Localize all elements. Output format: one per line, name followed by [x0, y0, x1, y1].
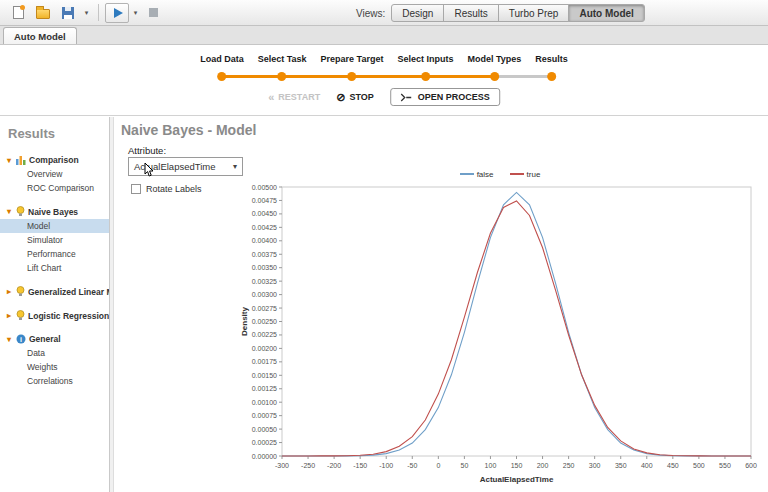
- step-dot[interactable]: [278, 72, 287, 81]
- tab-strip: Auto Model: [0, 26, 768, 45]
- svg-text:100: 100: [485, 462, 497, 469]
- tree-group-label: Comparison: [29, 155, 79, 165]
- tree-group-label: Naive Bayes: [28, 207, 78, 217]
- chevron-down-icon[interactable]: ▾: [5, 335, 13, 344]
- save-dropdown-caret[interactable]: ▾: [81, 3, 92, 23]
- open-folder-icon: [36, 9, 50, 19]
- save-disk-icon: [62, 7, 74, 19]
- bulb-icon: [16, 310, 25, 321]
- legend-label: true: [527, 170, 541, 179]
- tree-gap: [0, 275, 109, 284]
- step-label: Results: [535, 54, 568, 64]
- process-stepper: Load Data Select Task Prepare Target Sel…: [193, 54, 575, 81]
- step-label: Model Types: [467, 54, 521, 64]
- step-dot[interactable]: [348, 72, 357, 81]
- stop-sign-icon: ⊘: [336, 92, 345, 102]
- density-chart: false true 0.000000.000250.000500.000750…: [238, 167, 762, 488]
- save-button[interactable]: [56, 3, 80, 23]
- play-icon: [114, 8, 123, 18]
- tree-group-generalized-linear-model[interactable]: ▸ Generalized Linear Model: [0, 284, 109, 299]
- svg-text:0.00500: 0.00500: [252, 184, 277, 191]
- tree-gap: [0, 195, 109, 204]
- rotate-labels-checkbox[interactable]: [131, 184, 141, 194]
- svg-text:0.00125: 0.00125: [252, 385, 277, 392]
- svg-text:0.00375: 0.00375: [252, 251, 277, 258]
- svg-text:250: 250: [563, 462, 575, 469]
- svg-text:600: 600: [745, 462, 757, 469]
- tree-item-weights[interactable]: Weights: [0, 360, 109, 374]
- legend-label: false: [477, 170, 494, 179]
- main-panel: Naive Bayes - Model Attribute: ActualEla…: [114, 117, 768, 492]
- svg-text:0.00400: 0.00400: [252, 237, 277, 244]
- view-button-results[interactable]: Results: [443, 4, 498, 22]
- tree-item-data[interactable]: Data: [0, 346, 109, 360]
- run-button[interactable]: [105, 3, 129, 23]
- svg-text:0.00150: 0.00150: [252, 372, 277, 379]
- svg-text:0.00200: 0.00200: [252, 345, 277, 352]
- stop-process-button[interactable]: ⊘ STOP: [336, 92, 374, 102]
- tree-group-general[interactable]: ▾ i General: [0, 332, 109, 346]
- chevron-down-icon[interactable]: ▾: [5, 207, 13, 216]
- new-process-button[interactable]: [6, 3, 30, 23]
- density-plot: 0.000000.000250.000500.000750.001000.001…: [238, 181, 763, 486]
- svg-text:0.00175: 0.00175: [252, 358, 277, 365]
- svg-text:-100: -100: [379, 462, 393, 469]
- step-label: Prepare Target: [321, 54, 384, 64]
- svg-text:0.00100: 0.00100: [252, 399, 277, 406]
- step-dot[interactable]: [547, 72, 556, 81]
- chevron-right-icon[interactable]: ▸: [5, 311, 13, 320]
- stop-button[interactable]: [141, 3, 165, 23]
- new-file-icon: [13, 6, 24, 19]
- chevron-down-icon[interactable]: ▾: [5, 156, 13, 165]
- step-label: Select Inputs: [397, 54, 453, 64]
- step-dot[interactable]: [421, 72, 430, 81]
- svg-text:300: 300: [589, 462, 601, 469]
- open-process-button[interactable]: OPEN PROCESS: [390, 88, 500, 106]
- tree-item-simulator[interactable]: Simulator: [0, 233, 109, 247]
- svg-text:-50: -50: [407, 462, 417, 469]
- svg-text:0.00250: 0.00250: [252, 318, 277, 325]
- svg-text:0.00025: 0.00025: [252, 439, 277, 446]
- bulb-icon: [16, 286, 25, 297]
- sidebar-title: Results: [0, 117, 109, 141]
- run-dropdown-caret[interactable]: ▾: [130, 3, 141, 23]
- svg-text:500: 500: [693, 462, 705, 469]
- svg-text:0: 0: [436, 462, 440, 469]
- view-button-turbo-prep[interactable]: Turbo Prep: [498, 4, 570, 22]
- rotate-labels-row: Rotate Labels: [131, 184, 202, 194]
- svg-text:ActualElapsedTime: ActualElapsedTime: [480, 475, 554, 484]
- results-sidebar: Results ▾ Comparison Overview ROC Compar…: [0, 117, 109, 492]
- open-button[interactable]: [31, 3, 55, 23]
- svg-text:150: 150: [511, 462, 523, 469]
- tree-item-lift-chart[interactable]: Lift Chart: [0, 261, 109, 275]
- step-dot[interactable]: [490, 72, 499, 81]
- restart-label: RESTART: [278, 92, 320, 102]
- tree-item-correlations[interactable]: Correlations: [0, 374, 109, 388]
- svg-text:-250: -250: [301, 462, 315, 469]
- svg-text:0.00300: 0.00300: [252, 291, 277, 298]
- chart-legend: false true: [238, 167, 762, 181]
- tree-group-logistic-regression[interactable]: ▸ Logistic Regression: [0, 308, 109, 323]
- restart-button[interactable]: « RESTART: [268, 92, 320, 102]
- views-switcher: Views: Design Results Turbo Prep Auto Mo…: [356, 4, 645, 22]
- step-dot[interactable]: [217, 72, 226, 81]
- restart-chevrons-icon: «: [268, 93, 274, 102]
- tree-item-roc-comparison[interactable]: ROC Comparison: [0, 181, 109, 195]
- page-title: Naive Bayes - Model: [121, 122, 256, 138]
- tree-group-label: Generalized Linear Model: [28, 287, 109, 297]
- open-process-label: OPEN PROCESS: [418, 92, 490, 102]
- tree-item-model[interactable]: Model: [0, 219, 109, 233]
- tree-item-performance[interactable]: Performance: [0, 247, 109, 261]
- stepper-connector: [222, 75, 494, 78]
- chevron-right-icon[interactable]: ▸: [5, 287, 13, 296]
- tree-item-overview[interactable]: Overview: [0, 167, 109, 181]
- view-button-auto-model[interactable]: Auto Model: [568, 4, 644, 22]
- info-icon: i: [16, 334, 26, 344]
- tab-auto-model[interactable]: Auto Model: [3, 27, 77, 44]
- svg-text:50: 50: [460, 462, 468, 469]
- tree-group-comparison[interactable]: ▾ Comparison: [0, 153, 109, 167]
- view-button-design[interactable]: Design: [391, 4, 444, 22]
- svg-text:550: 550: [719, 462, 731, 469]
- toolbar-separator: [98, 4, 99, 21]
- tree-group-naive-bayes[interactable]: ▾ Naive Bayes: [0, 204, 109, 219]
